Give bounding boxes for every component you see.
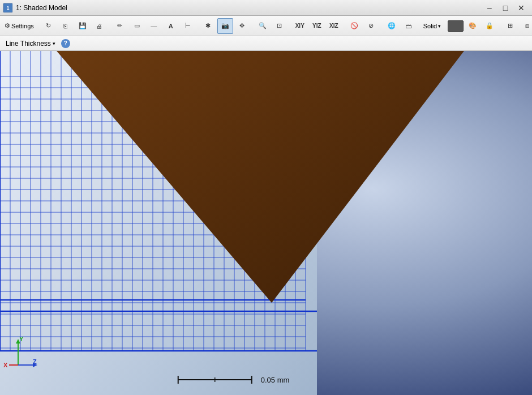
svg-marker-59 xyxy=(57,51,464,303)
grid4-button[interactable]: ⊞ xyxy=(502,18,518,34)
zoom-plus-button[interactable]: 🔍 xyxy=(255,18,271,34)
scale-bar-svg xyxy=(173,373,263,386)
xiz-button[interactable]: XIZ xyxy=(326,18,342,34)
move-button[interactable]: ✥ xyxy=(234,18,250,34)
xiy-button[interactable]: XIY xyxy=(292,18,308,34)
print-button[interactable]: 🖨 xyxy=(92,18,108,34)
settings-button[interactable]: ⚙ Settings xyxy=(2,21,36,31)
title-icon: 1 xyxy=(3,3,12,12)
maximize-button[interactable]: □ xyxy=(498,2,513,14)
svg-text:Z: Z xyxy=(33,358,37,365)
line-button[interactable]: — xyxy=(146,18,162,34)
refresh-button[interactable]: ↻ xyxy=(41,18,57,34)
svg-text:Y: Y xyxy=(19,337,24,342)
rect-button[interactable]: ▭ xyxy=(129,18,145,34)
copy-button[interactable]: ⎘ xyxy=(58,18,74,34)
scale-bar: 0.05 mm xyxy=(173,373,290,386)
camera-button[interactable]: 📷 xyxy=(217,18,233,34)
zoom-box-button[interactable]: ⊡ xyxy=(272,18,288,34)
hline-button[interactable]: ⊢ xyxy=(180,18,196,34)
settings-label: Settings xyxy=(11,23,34,29)
brown-triangle xyxy=(0,51,532,395)
rotate-button[interactable]: ✱ xyxy=(200,18,216,34)
minimize-button[interactable]: – xyxy=(482,2,497,14)
settings-icon: ⚙ xyxy=(5,22,10,29)
save-button[interactable]: 💾 xyxy=(75,18,91,34)
solid-dropdown-icon: ▾ xyxy=(438,23,441,29)
help-icon[interactable]: ? xyxy=(61,39,70,48)
axis-x-label: X xyxy=(2,360,12,370)
paint-button[interactable]: 🎨 xyxy=(465,18,480,34)
solid-label: Solid xyxy=(423,23,437,29)
grid2-button[interactable]: ⧈ xyxy=(519,18,532,34)
no-button[interactable]: 🚫 xyxy=(346,18,362,34)
line-thickness-dropdown-icon: ▾ xyxy=(53,41,55,46)
line-thickness-label: Line Thickness xyxy=(6,40,51,48)
solid-dropdown[interactable]: Solid ▾ xyxy=(421,22,443,31)
title-bar: 1 1: Shaded Model – □ ✕ xyxy=(0,0,532,16)
yiz-button[interactable]: YIZ xyxy=(309,18,325,34)
close-button[interactable]: ✕ xyxy=(514,2,529,14)
no2-button[interactable]: ⊘ xyxy=(363,18,379,34)
box-button[interactable]: 🗃 xyxy=(401,18,417,34)
color-rect-button[interactable] xyxy=(448,20,464,32)
globe-button[interactable]: 🌐 xyxy=(384,18,400,34)
title-controls: – □ ✕ xyxy=(482,2,529,14)
title-text: 1: Shaded Model xyxy=(16,4,67,12)
text-a-button[interactable]: A xyxy=(163,18,179,34)
toolbar: ⚙ Settings ↻ ⎘ 💾 🖨 ✏ ▭ — A ⊢ ✱ 📷 ✥ 🔍 ⊡ X… xyxy=(0,16,532,36)
pencil-button[interactable]: ✏ xyxy=(112,18,128,34)
scale-bar-label: 0.05 mm xyxy=(261,376,290,384)
viewport[interactable]: Y Z X 0.05 mm xyxy=(0,51,532,395)
bottom-toolbar: Line Thickness ▾ ? xyxy=(0,36,532,51)
lock-button[interactable]: 🔒 xyxy=(482,18,497,34)
line-thickness-button[interactable]: Line Thickness ▾ xyxy=(3,38,58,49)
title-left: 1 1: Shaded Model xyxy=(3,3,67,12)
svg-text:X: X xyxy=(3,362,8,368)
